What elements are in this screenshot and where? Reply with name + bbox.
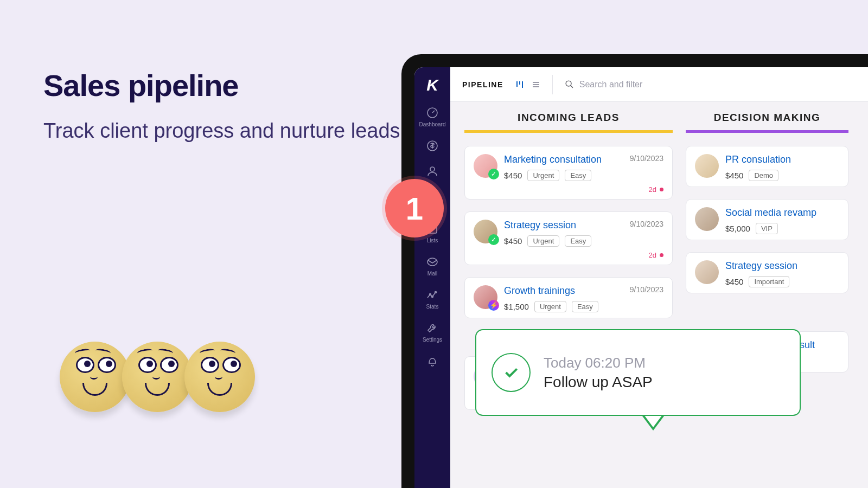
sidebar-item-mail[interactable]: Mail	[426, 255, 439, 277]
lead-card[interactable]: PR consulation $450 Demo	[686, 146, 848, 187]
search-placeholder: Search and filter	[579, 80, 643, 89]
lead-age: 2d	[649, 251, 656, 259]
sidebar-item-label: Lists	[427, 237, 438, 243]
avatar: ✓	[474, 154, 497, 178]
kanban-icon[interactable]	[515, 80, 524, 89]
lead-price: $450	[504, 236, 522, 246]
lead-title: Social media revamp	[725, 207, 839, 219]
view-toggle	[515, 80, 540, 89]
svg-point-5	[427, 258, 437, 266]
sidebar-item-label: Dashboard	[419, 121, 446, 127]
sidebar-item-contacts[interactable]	[426, 164, 439, 177]
status-dot-icon	[660, 253, 663, 257]
sidebar-item-label: Mail	[427, 271, 437, 277]
sidebar-item-stats[interactable]: Stats	[426, 288, 439, 310]
svg-point-2	[430, 167, 435, 171]
lead-price: $450	[504, 171, 522, 180]
tag: Easy	[565, 235, 591, 247]
lead-price: $450	[725, 277, 743, 286]
lead-card[interactable]: Strategy session $450 Important	[686, 252, 848, 293]
messenger-icon: ⚡	[488, 300, 499, 311]
lead-age: 2d	[649, 185, 656, 194]
gauge-icon	[426, 106, 439, 119]
sidebar-item-label: Settings	[423, 337, 442, 343]
tag: VIP	[756, 223, 778, 234]
tag: Urgent	[527, 235, 559, 247]
mail-icon	[426, 255, 439, 268]
tag: Easy	[572, 301, 598, 312]
lead-card[interactable]: ✓ Marketing consultation $450 Urgent Eas…	[464, 146, 673, 200]
stats-icon	[426, 288, 439, 301]
column-incoming: INCOMING LEADS ✓ Marketing consultation	[464, 112, 673, 488]
column-title: INCOMING LEADS	[464, 112, 673, 133]
whatsapp-icon: ✓	[488, 169, 499, 179]
step-badge: 1	[385, 179, 444, 237]
tag: Urgent	[527, 170, 559, 181]
avatar	[695, 207, 719, 231]
column-decision: DECISION MAKING PR consulation $450 Demo	[686, 112, 848, 488]
lead-price: $1,500	[504, 302, 529, 311]
tag: Easy	[565, 170, 591, 181]
list-view-icon[interactable]	[532, 80, 540, 89]
avatar: ⚡	[474, 285, 497, 309]
svg-point-9	[566, 81, 571, 86]
sidebar-item-notifications[interactable]	[426, 355, 439, 368]
lead-date: 9/10/2023	[630, 285, 663, 294]
mascot-group	[60, 342, 247, 412]
mascot-icon	[184, 342, 255, 412]
lead-date: 9/10/2023	[630, 220, 663, 228]
lead-card[interactable]: ⚡ Growth trainings $1,500 Urgent Easy	[464, 277, 673, 318]
mascot-icon	[122, 342, 193, 412]
wrench-icon	[426, 322, 439, 335]
search-input[interactable]: Search and filter	[565, 80, 643, 89]
page-title: PIPELINE	[462, 80, 503, 89]
reminder-popup: Today 06:20 PM Follow up ASAP	[475, 329, 801, 416]
lead-price: $5,000	[725, 224, 750, 233]
reminder-message: Follow up ASAP	[544, 374, 653, 391]
avatar	[695, 260, 719, 284]
lead-card[interactable]: ✓ Strategy session $450 Urgent Easy	[464, 211, 673, 265]
mascot-icon	[60, 342, 130, 412]
tag: Urgent	[534, 301, 566, 312]
sidebar-item-dashboard[interactable]: Dashboard	[419, 106, 446, 127]
lead-date: 9/10/2023	[630, 154, 663, 163]
avatar: ✓	[474, 220, 497, 243]
lead-title: Strategy session	[725, 260, 839, 272]
status-dot-icon	[660, 188, 663, 191]
tag: Demo	[749, 170, 778, 181]
sidebar-item-label: Stats	[426, 304, 439, 310]
whatsapp-icon: ✓	[488, 234, 499, 245]
tag: Important	[749, 276, 789, 287]
topbar: PIPELINE Search and filter	[450, 67, 868, 102]
dollar-icon	[426, 139, 439, 152]
check-circle-icon	[492, 353, 531, 392]
lead-title: PR consulation	[725, 154, 839, 165]
avatar	[695, 154, 719, 178]
search-icon	[565, 80, 574, 89]
sidebar-item-deals[interactable]	[426, 139, 439, 152]
sidebar: K Dashboard Calendar Lists Mail	[414, 67, 450, 488]
lead-price: $450	[725, 171, 743, 180]
device-frame: K Dashboard Calendar Lists Mail	[401, 54, 868, 488]
reminder-time: Today 06:20 PM	[544, 355, 653, 371]
lead-card[interactable]: Social media revamp $5,000 VIP	[686, 199, 848, 240]
divider	[552, 75, 553, 94]
user-icon	[426, 164, 439, 177]
app-logo[interactable]: K	[426, 76, 438, 94]
bell-icon	[426, 355, 439, 368]
sidebar-item-settings[interactable]: Settings	[423, 322, 442, 343]
column-title: DECISION MAKING	[686, 112, 848, 133]
